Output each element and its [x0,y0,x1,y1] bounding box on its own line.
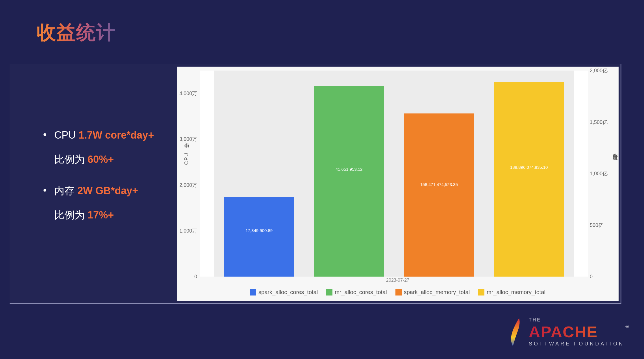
bar-mr_alloc_memory_total: 188,896,074,835.10 [494,82,564,277]
y-left-tick: 3,000万 [179,136,197,143]
bullet-item: CPU 1.7W core*day+ 比例为 60%+ [43,123,185,172]
y-left-tick: 1,000万 [179,227,197,234]
plot-inner: 17,349,900.8941,651,953.12158,471,474,52… [214,71,574,277]
bullet-highlight: 60%+ [88,154,114,165]
legend-label: spark_alloc_cores_total [258,289,318,295]
bar-value-label: 158,471,474,523.35 [404,182,474,187]
bullet-body: CPU 1.7W core*day+ 比例为 60%+ [54,123,154,172]
y-right-tick: 1,500亿 [590,119,608,126]
apache-logo: THE APACHE® SOFTWARE FOUNDATION [508,317,624,348]
legend-swatch-icon [250,289,256,295]
feather-icon [508,317,522,348]
bar-spark_alloc_cores_total: 17,349,900.89 [224,197,294,277]
bullet-list: CPU 1.7W core*day+ 比例为 60%+ 内存 2W GB*day… [43,123,185,234]
slide-title: 收益统计 [37,20,116,45]
chart-panel: CPU申请 内存申请总量 01,000万2,000万3,000万4,000万 0… [177,67,619,301]
bullet-highlight: 17%+ [88,209,114,221]
y-right-tick: 2,000亿 [590,67,608,74]
plot-area: 17,349,900.8941,651,953.12158,471,474,52… [200,71,588,277]
bullet-highlight: 1.7W core*day+ [79,129,154,141]
bullet-text: 内存 [54,185,77,196]
bullet-item: 内存 2W GB*day+ 比例为 17%+ [43,179,185,227]
bullet-dot-icon [43,133,46,136]
legend-item[interactable]: spark_alloc_cores_total [250,289,318,295]
y-right-tick: 1,000亿 [590,170,608,177]
y-left-tick: 4,000万 [179,90,197,97]
y-right-ticks: 0500亿1,000亿1,500亿2,000亿 [588,71,613,277]
chart-legend: spark_alloc_cores_totalmr_alloc_cores_to… [177,289,619,295]
legend-swatch-icon [395,289,402,295]
bullet-body: 内存 2W GB*day+ 比例为 17%+ [54,179,138,227]
legend-swatch-icon [326,289,332,295]
registered-icon: ® [625,324,629,329]
y-right-tick: 500亿 [590,222,603,229]
bar-spark_alloc_memory_total: 158,471,474,523.35 [404,113,474,277]
bar-value-label: 188,896,074,835.10 [494,165,564,170]
legend-item[interactable]: mr_alloc_memory_total [478,289,545,295]
bullet-text: 比例为 [54,209,88,221]
legend-item[interactable]: mr_alloc_cores_total [326,289,387,295]
bullet-highlight: 2W GB*day+ [77,185,138,196]
bullet-dot-icon [43,189,46,192]
legend-item[interactable]: spark_alloc_memory_total [395,289,470,295]
bar-value-label: 17,349,900.89 [224,228,294,233]
bar-mr_alloc_cores_total: 41,651,953.12 [314,86,384,277]
legend-label: spark_alloc_memory_total [404,289,470,295]
legend-label: mr_alloc_cores_total [335,289,387,295]
bullet-text: CPU [54,129,79,141]
bullet-text: 比例为 [54,154,88,165]
legend-label: mr_alloc_memory_total [487,289,545,295]
legend-swatch-icon [478,289,484,295]
y-left-tick: 2,000万 [179,182,197,189]
apache-the: THE [529,318,624,323]
bars-zone: 17,349,900.8941,651,953.12158,471,474,52… [214,71,574,277]
bar-value-label: 41,651,953.12 [314,167,384,172]
apache-sub: SOFTWARE FOUNDATION [529,341,624,347]
apache-name: APACHE® [529,323,624,341]
y-left-ticks: 01,000万2,000万3,000万4,000万 [177,71,199,277]
x-axis-date: 2023-07-27 [177,278,619,283]
